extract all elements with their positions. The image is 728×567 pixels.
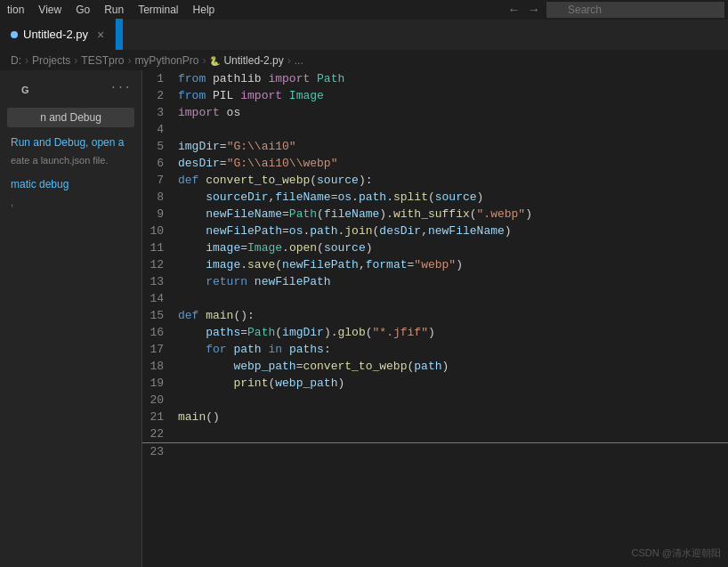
line-content: image=Image.open(source) <box>178 239 728 256</box>
code-line[interactable]: 18 webp_path=convert_to_webp(path) <box>142 358 728 375</box>
breadcrumb-more[interactable]: ... <box>295 54 303 67</box>
code-line[interactable]: 3import os <box>142 104 728 121</box>
forward-button[interactable]: → <box>527 3 541 17</box>
menu-terminal[interactable]: Terminal <box>131 2 185 18</box>
code-editor[interactable]: 1from pathlib import Path2from PIL impor… <box>142 70 728 567</box>
breadcrumb-testpro[interactable]: TESTpro <box>81 54 124 67</box>
back-button[interactable]: ← <box>506 3 521 17</box>
code-line[interactable]: 17 for path in paths: <box>142 341 728 358</box>
menu-tion[interactable]: tion <box>0 2 31 18</box>
tab-untitled2[interactable]: Untitled-2.py × <box>0 19 116 50</box>
tab-icon <box>11 31 18 38</box>
line-content: import os <box>178 104 728 121</box>
line-number: 1 <box>142 70 178 87</box>
line-content: return newFilePath <box>178 273 728 290</box>
sidebar-header: G <box>11 81 40 102</box>
line-number: 14 <box>142 290 178 307</box>
line-number: 15 <box>142 307 178 324</box>
tab-accent-bar <box>116 19 123 50</box>
code-line[interactable]: 4 <box>142 121 728 138</box>
sidebar-auto-debug-link[interactable]: matic debug <box>11 178 69 190</box>
menu-help[interactable]: Help <box>186 2 222 18</box>
line-content: from PIL import Image <box>178 87 728 104</box>
line-number: 9 <box>142 206 178 223</box>
line-content: sourceDir,fileName=os.path.split(source) <box>178 189 728 206</box>
code-line[interactable]: 20 <box>142 392 728 409</box>
line-number: 20 <box>142 392 178 409</box>
line-content: webp_path=convert_to_webp(path) <box>178 358 728 375</box>
code-line[interactable]: 21main() <box>142 409 728 425</box>
code-line[interactable]: 10 newFilePath=os.path.join(desDir,newFi… <box>142 223 728 239</box>
line-number: 2 <box>142 87 178 104</box>
code-line[interactable]: 11 image=Image.open(source) <box>142 239 728 256</box>
menu-go[interactable]: Go <box>69 2 97 18</box>
code-line[interactable]: 15def main(): <box>142 307 728 324</box>
line-content: for path in paths: <box>178 341 728 358</box>
line-number: 18 <box>142 358 178 375</box>
menu-view[interactable]: View <box>31 2 69 18</box>
main-layout: G ··· n and Debug Run and Debug, open a … <box>0 70 728 567</box>
code-line[interactable]: 23 <box>142 443 728 460</box>
line-number: 23 <box>142 443 178 460</box>
tab-label: Untitled-2.py <box>23 28 88 41</box>
line-content: paths=Path(imgDir).glob("*.jfif") <box>178 324 728 341</box>
line-content: main() <box>178 409 728 425</box>
tab-close-button[interactable]: × <box>97 28 104 42</box>
line-number: 8 <box>142 189 178 206</box>
line-number: 7 <box>142 172 178 189</box>
sidebar-more-button[interactable]: ··· <box>110 81 131 102</box>
search-wrapper: 🔍 <box>546 2 724 18</box>
menu-bar: tion View Go Run Terminal Help ← → 🔍 <box>0 0 728 20</box>
tab-bar: Untitled-2.py × <box>0 20 728 51</box>
sidebar-run-debug-button[interactable]: n and Debug <box>7 108 134 127</box>
line-number: 13 <box>142 273 178 290</box>
line-number: 5 <box>142 138 178 155</box>
line-number: 19 <box>142 375 178 392</box>
sidebar-open-link[interactable]: Run and Debug, <box>11 136 88 149</box>
search-input[interactable] <box>546 2 724 18</box>
code-line[interactable]: 2from PIL import Image <box>142 87 728 104</box>
line-number: 21 <box>142 409 178 425</box>
sidebar-open-link2[interactable]: open a <box>92 136 125 149</box>
line-content: newFileName=Path(fileName).with_suffix("… <box>178 206 728 223</box>
line-content: def main(): <box>178 307 728 324</box>
code-line[interactable]: 1from pathlib import Path <box>142 70 728 87</box>
code-line[interactable]: 5imgDir="G:\\ai10" <box>142 138 728 155</box>
line-content: imgDir="G:\\ai10" <box>178 138 728 155</box>
line-number: 4 <box>142 121 178 138</box>
line-number: 17 <box>142 341 178 358</box>
sidebar: G ··· n and Debug Run and Debug, open a … <box>0 70 142 567</box>
breadcrumb-d[interactable]: D: <box>11 54 21 67</box>
code-line[interactable]: 22 <box>142 425 728 443</box>
sidebar-desc1: eate a launch.json file. <box>0 152 142 174</box>
code-line[interactable]: 13 return newFilePath <box>142 273 728 290</box>
breadcrumb-file[interactable]: 🐍 Untitled-2.py <box>209 54 283 67</box>
line-number: 12 <box>142 256 178 273</box>
line-content: newFilePath=os.path.join(desDir,newFileN… <box>178 223 728 239</box>
breadcrumb: D: › Projects › TESTpro › myPythonPro › … <box>0 51 728 70</box>
line-content: print(webp_path) <box>178 375 728 392</box>
line-number: 16 <box>142 324 178 341</box>
code-line[interactable]: 19 print(webp_path) <box>142 375 728 392</box>
line-content: from pathlib import Path <box>178 70 728 87</box>
code-line[interactable]: 9 newFileName=Path(fileName).with_suffix… <box>142 206 728 223</box>
code-line[interactable]: 16 paths=Path(imgDir).glob("*.jfif") <box>142 324 728 341</box>
code-line[interactable]: 6desDir="G:\\ai10\\webp" <box>142 155 728 172</box>
line-number: 11 <box>142 239 178 256</box>
line-content: image.save(newFilePath,format="webp") <box>178 256 728 273</box>
line-content: desDir="G:\\ai10\\webp" <box>178 155 728 172</box>
line-number: 22 <box>142 425 178 442</box>
line-number: 6 <box>142 155 178 172</box>
breadcrumb-mypythonpro[interactable]: myPythonPro <box>134 54 198 67</box>
code-line[interactable]: 7def convert_to_webp(source): <box>142 172 728 189</box>
code-line[interactable]: 12 image.save(newFilePath,format="webp") <box>142 256 728 273</box>
sidebar-desc2: , <box>0 194 142 216</box>
menu-run[interactable]: Run <box>97 2 131 18</box>
code-line[interactable]: 8 sourceDir,fileName=os.path.split(sourc… <box>142 189 728 206</box>
line-number: 10 <box>142 223 178 239</box>
breadcrumb-projects[interactable]: Projects <box>32 54 70 67</box>
line-number: 3 <box>142 104 178 121</box>
line-content: def convert_to_webp(source): <box>178 172 728 189</box>
code-line[interactable]: 14 <box>142 290 728 307</box>
